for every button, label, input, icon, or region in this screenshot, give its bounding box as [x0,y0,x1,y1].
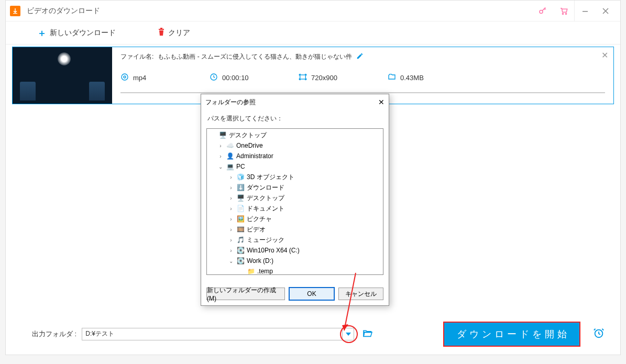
new-folder-button[interactable]: 新しいフォルダーの作成(M) [206,288,285,300]
svg-point-1 [540,10,543,13]
clear-label: クリア [168,28,190,38]
remove-item-icon[interactable]: ✕ [601,50,608,60]
progress-bar [120,92,605,93]
svg-point-2 [562,13,563,14]
schedule-icon[interactable] [593,327,605,341]
open-folder-icon[interactable] [363,329,373,339]
tree-node-documents[interactable]: ›📄ドキュメント [207,203,383,214]
output-folder-label: 出力フォルダ : [32,329,76,339]
tree-node-desktop2[interactable]: ›🖥️デスクトップ [207,193,383,203]
toolbar: ＋ 新しいダウンロード クリア [6,21,620,45]
minimize-button[interactable] [574,1,595,21]
size-text: 0.43MB [400,74,424,82]
dialog-title: フォルダーの参照 [205,98,256,107]
folder-browse-dialog: フォルダーの参照 ✕ パスを選択してください： 🖥️デスクトップ ›☁️OneD… [201,94,389,306]
folder-tree[interactable]: 🖥️デスクトップ ›☁️OneDrive ›👤Administrator ⌄💻P… [206,128,383,275]
size-icon [388,73,396,83]
svg-rect-0 [13,13,17,14]
dialog-instruction: パスを選択してください： [201,110,389,126]
plus-icon: ＋ [37,27,47,39]
svg-point-7 [122,74,128,80]
new-download-label: 新しいダウンロード [50,28,116,38]
tree-node-onedrive[interactable]: ›☁️OneDrive [207,140,383,151]
tree-node-music[interactable]: ›🎵ミュージック [207,235,383,245]
svg-rect-4 [583,11,588,12]
output-path-dropdown-icon[interactable] [342,328,354,340]
bottom-bar: 出力フォルダ : D:¥テスト ダウンロードを開始 [6,321,620,347]
format-text: mp4 [133,74,146,82]
edit-filename-icon[interactable] [356,52,364,61]
cancel-button[interactable]: キャンセル [338,288,383,300]
tree-node-videos[interactable]: ›🎞️ビデオ [207,224,383,235]
ok-button[interactable]: OK [289,288,334,300]
tree-node-downloads[interactable]: ›⬇️ダウンロード [207,182,383,193]
tree-node-ddrive[interactable]: ⌄💽Work (D:) [207,256,383,266]
svg-rect-10 [300,75,306,79]
clear-button[interactable]: クリア [158,28,190,38]
clock-icon [210,73,218,83]
filename-label: ファイル名: [120,52,153,61]
resolution-icon [299,73,307,83]
main-window: ビデオのダウンロード ＋ 新しいダウンロード クリア [5,0,621,355]
close-button[interactable] [595,1,616,21]
video-thumbnail [13,47,112,104]
titlebar: ビデオのダウンロード [6,1,620,21]
output-path-text: D:¥テスト [82,328,342,340]
cart-icon[interactable] [553,1,574,21]
window-title: ビデオのダウンロード [27,6,532,16]
start-download-button[interactable]: ダウンロードを開始 [443,322,580,347]
new-download-button[interactable]: ＋ 新しいダウンロード [37,27,116,39]
svg-point-3 [565,13,566,14]
tree-node-pc[interactable]: ⌄💻PC [207,161,383,172]
tree-node-desktop[interactable]: 🖥️デスクトップ [207,130,383,140]
resolution-text: 720x900 [311,74,337,82]
tree-node-temp[interactable]: 📁.temp [207,266,383,275]
duration-text: 00:00:10 [222,74,249,82]
svg-rect-6 [159,29,164,30]
tree-node-pictures[interactable]: ›🖼️ピクチャ [207,214,383,224]
dialog-close-icon[interactable]: ✕ [378,98,385,106]
trash-icon [158,28,165,38]
tree-node-cdrive[interactable]: ›💽Win10Pro X64 (C:) [207,245,383,256]
format-icon [120,73,129,83]
tree-node-admin[interactable]: ›👤Administrator [207,151,383,161]
svg-point-8 [124,76,126,78]
filename-text: もふもふ動画 - スムーズに侵入してくる猫さん、動きが猫じゃない件 [158,52,352,61]
tree-node-3dobjects[interactable]: ›🧊3D オブジェクト [207,172,383,182]
app-icon [10,6,20,16]
output-path-field[interactable]: D:¥テスト [82,328,354,340]
svg-rect-5 [160,28,162,29]
license-key-icon[interactable] [532,1,553,21]
